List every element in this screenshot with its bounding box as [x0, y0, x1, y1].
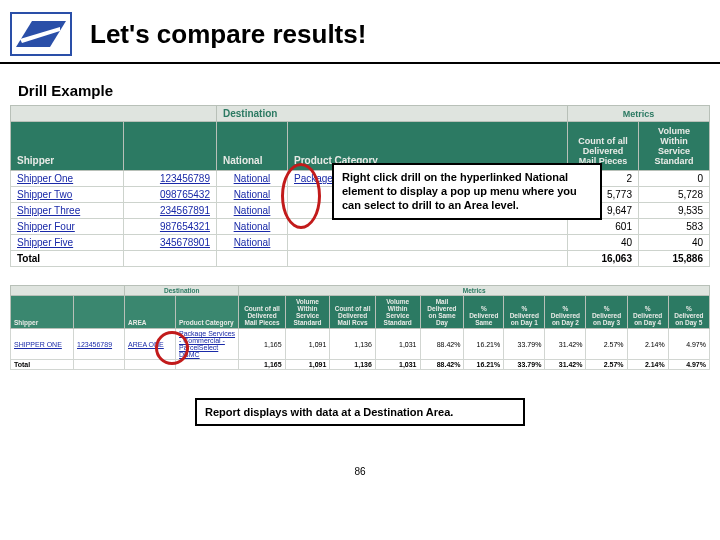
count-cell: 601 — [568, 219, 639, 235]
vol-cell: 40 — [639, 235, 710, 251]
callout-result: Report displays with data at a Destinati… — [195, 398, 525, 426]
slide-header: Let's compare results! — [0, 0, 720, 64]
shipper-link[interactable]: SHIPPER ONE — [11, 329, 74, 360]
col2-pct2: % Delivered on Day 2 — [545, 296, 586, 329]
total-vol: 15,886 — [639, 251, 710, 267]
vol-cell: 0 — [639, 171, 710, 187]
col-shipper: Shipper — [11, 122, 124, 171]
col2-pct5: % Delivered on Day 5 — [668, 296, 709, 329]
id-link[interactable]: 987654321 — [124, 219, 217, 235]
page-title: Let's compare results! — [90, 19, 366, 50]
shipper-link[interactable]: Shipper Four — [11, 219, 124, 235]
table-row: Shipper Five 345678901 National 40 40 — [11, 235, 710, 251]
id-link[interactable]: 123456789 — [124, 171, 217, 187]
id-link[interactable]: 098765432 — [124, 187, 217, 203]
col2-shipper: Shipper — [11, 296, 74, 329]
national-link[interactable]: National — [217, 203, 288, 219]
shipper-link[interactable]: Shipper Two — [11, 187, 124, 203]
id-link[interactable]: 234567891 — [124, 203, 217, 219]
col2-delsame: Mail Delivered on Same Day — [420, 296, 464, 329]
shipper-link[interactable]: Shipper Three — [11, 203, 124, 219]
national-link[interactable]: National — [217, 171, 288, 187]
shipper-link[interactable]: Shipper Five — [11, 235, 124, 251]
col2-pct4: % Delivered on Day 4 — [627, 296, 668, 329]
product-link[interactable]: Package Services - Commercial - ParcelSe… — [176, 329, 239, 360]
col-national: National — [217, 122, 288, 171]
report2-container: Destination Metrics Shipper AREA Product… — [0, 285, 720, 370]
col2-id — [74, 296, 125, 329]
vol-cell: 583 — [639, 219, 710, 235]
page-number: 86 — [0, 466, 720, 477]
report2-metrics-band: Metrics — [239, 286, 710, 296]
report1-metrics-band: Metrics — [568, 106, 710, 122]
report2-table: Destination Metrics Shipper AREA Product… — [10, 285, 710, 370]
total-label: Total — [11, 360, 74, 370]
usps-logo — [10, 12, 72, 56]
national-link[interactable]: National — [217, 187, 288, 203]
callout-drill-instruction: Right click drill on the hyperlinked Nat… — [332, 163, 602, 220]
col2-volstd: Volume Within Service Standard — [285, 296, 330, 329]
count-cell: 40 — [568, 235, 639, 251]
col-volume: Volume Within Service Standard — [639, 122, 710, 171]
product-link[interactable] — [288, 219, 568, 235]
total-label: Total — [11, 251, 124, 267]
total-row: Total 1,165 1,091 1,136 1,031 88.42% 16.… — [11, 360, 710, 370]
area-link[interactable]: AREA ONE — [125, 329, 176, 360]
report1-container: Destination Metrics Shipper National Pro… — [0, 105, 720, 267]
col2-pct3: % Delivered on Day 3 — [586, 296, 627, 329]
section-heading: Drill Example — [18, 82, 720, 99]
national-link[interactable]: National — [217, 235, 288, 251]
id-link[interactable]: 345678901 — [124, 235, 217, 251]
vol-cell: 9,535 — [639, 203, 710, 219]
id-link[interactable]: 123456789 — [74, 329, 125, 360]
product-link[interactable] — [288, 235, 568, 251]
total-row: Total 16,063 15,886 — [11, 251, 710, 267]
col2-pct1: % Delivered on Day 1 — [504, 296, 545, 329]
total-count: 16,063 — [568, 251, 639, 267]
col2-countmail: Count of all Delivered Mail Rcvs — [330, 296, 376, 329]
vol-cell: 5,728 — [639, 187, 710, 203]
shipper-link[interactable]: Shipper One — [11, 171, 124, 187]
col2-product: Product Category — [176, 296, 239, 329]
col-id — [124, 122, 217, 171]
col2-count: Count of all Delivered Mail Pieces — [239, 296, 285, 329]
col2-area: AREA — [125, 296, 176, 329]
table-row: SHIPPER ONE 123456789 AREA ONE Package S… — [11, 329, 710, 360]
table-row: Shipper Four 987654321 National 601 583 — [11, 219, 710, 235]
report2-dest-band: Destination — [125, 286, 239, 296]
report1-dest-band: Destination — [217, 106, 568, 122]
col2-pct0: % Delivered Same — [464, 296, 504, 329]
national-link[interactable]: National — [217, 219, 288, 235]
col2-volsvc: Volume Within Service Standard — [375, 296, 420, 329]
